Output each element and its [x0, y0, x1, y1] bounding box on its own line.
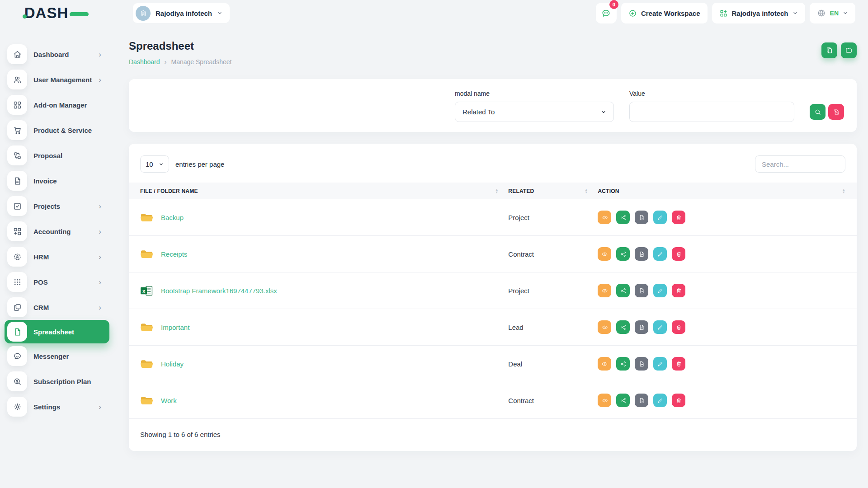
view-button[interactable] — [598, 320, 611, 334]
cart-icon — [7, 120, 27, 140]
filter-search-button[interactable] — [810, 104, 826, 120]
file-folder-name-link[interactable]: Holiday — [161, 360, 184, 368]
pencil-icon — [657, 397, 664, 404]
sidebar-item-add-on-manager[interactable]: Add-on Manager — [5, 92, 109, 117]
entries-per-page-select[interactable]: 10 — [140, 155, 169, 173]
delete-button[interactable] — [672, 320, 685, 334]
delete-button[interactable] — [672, 394, 685, 407]
view-button[interactable] — [598, 357, 611, 371]
eye-icon — [601, 287, 608, 294]
delete-button[interactable] — [672, 247, 685, 261]
export-button[interactable] — [635, 357, 648, 371]
language-dropdown[interactable]: EN — [810, 3, 855, 23]
file-folder-name-link[interactable]: Bootstrap Framework1697447793.xlsx — [161, 287, 277, 295]
page-actions — [821, 42, 857, 58]
delete-button[interactable] — [672, 211, 685, 224]
view-button[interactable] — [598, 284, 611, 297]
table-search-input[interactable] — [755, 155, 845, 173]
sidebar-item-dashboard[interactable]: Dashboard› — [5, 42, 109, 67]
sidebar-item-projects[interactable]: Projects› — [5, 193, 109, 219]
delete-button[interactable] — [672, 284, 685, 297]
sidebar-item-pos[interactable]: POS› — [5, 269, 109, 295]
edit-button[interactable] — [653, 357, 667, 371]
file-export-icon — [638, 361, 645, 367]
file-folder-name-link[interactable]: Backup — [161, 214, 184, 221]
breadcrumb-separator: › — [165, 58, 167, 66]
trash-icon — [675, 214, 682, 221]
model-name-select[interactable]: Related To — [455, 102, 614, 122]
folder-filled-icon — [140, 322, 153, 333]
model-name-selected: Related To — [462, 108, 495, 116]
related-value: Deal — [508, 360, 598, 368]
export-button[interactable] — [635, 211, 648, 224]
dots-grid-icon — [7, 272, 27, 292]
share-icon — [620, 251, 627, 258]
table-row: Receipts Contract — [129, 236, 857, 272]
language-code: EN — [830, 9, 839, 17]
plus-circle-icon — [628, 9, 637, 18]
file-folder-name-link[interactable]: Receipts — [161, 250, 187, 258]
workspace-selector[interactable]: Rajodiya infotech — [133, 3, 230, 23]
sidebar-item-spreadsheet[interactable]: Spreadsheet — [5, 320, 109, 343]
view-button[interactable] — [598, 394, 611, 407]
value-input[interactable] — [629, 102, 794, 122]
sidebar-item-product-service[interactable]: Product & Service — [5, 117, 109, 143]
row-actions — [598, 394, 845, 407]
share-button[interactable] — [616, 211, 630, 224]
export-button[interactable] — [635, 284, 648, 297]
sidebar-item-accounting[interactable]: Accounting› — [5, 219, 109, 244]
file-export-icon — [638, 287, 645, 294]
delete-button[interactable] — [672, 357, 685, 371]
share-button[interactable] — [616, 357, 630, 371]
export-button[interactable] — [635, 247, 648, 261]
chevron-right-icon: › — [99, 304, 101, 311]
breadcrumb-dashboard-link[interactable]: Dashboard — [129, 58, 160, 66]
excel-file-icon: x — [140, 285, 153, 296]
sidebar-item-messenger[interactable]: Messenger — [5, 343, 109, 369]
pencil-icon — [657, 324, 664, 331]
sidebar-item-proposal[interactable]: Proposal — [5, 143, 109, 168]
file-folder-name-link[interactable]: Important — [161, 324, 189, 331]
globe-icon — [817, 9, 826, 18]
edit-button[interactable] — [653, 247, 667, 261]
export-button[interactable] — [635, 394, 648, 407]
share-button[interactable] — [616, 284, 630, 297]
folder-icon — [845, 47, 853, 54]
edit-button[interactable] — [653, 211, 667, 224]
share-button[interactable] — [616, 247, 630, 261]
sidebar-item-invoice[interactable]: Invoice — [5, 168, 109, 193]
share-icon — [620, 361, 627, 367]
main-content: Spreadsheet Dashboard › Manage Spreadshe… — [113, 26, 868, 488]
column-header-action[interactable]: ACTION ▲▼ — [598, 188, 845, 194]
building-icon — [139, 9, 147, 17]
column-header-name[interactable]: FILE / FOLDER NAME ▲▼ — [140, 188, 508, 194]
hrm-icon — [7, 247, 27, 267]
edit-button[interactable] — [653, 284, 667, 297]
messages-button[interactable]: 0 — [596, 3, 617, 23]
view-button[interactable] — [598, 211, 611, 224]
app-logo[interactable]: DASH — [24, 5, 89, 22]
file-export-icon — [638, 251, 645, 258]
column-header-related[interactable]: RELATED ▲▼ — [508, 188, 598, 194]
edit-button[interactable] — [653, 320, 667, 334]
view-button[interactable] — [598, 247, 611, 261]
export-button[interactable] — [635, 320, 648, 334]
sidebar-item-settings[interactable]: Settings› — [5, 394, 109, 419]
sidebar-item-user-management[interactable]: User Management› — [5, 67, 109, 92]
sidebar-item-hrm[interactable]: HRM› — [5, 244, 109, 269]
share-icon — [620, 287, 627, 294]
share-button[interactable] — [616, 394, 630, 407]
edit-button[interactable] — [653, 394, 667, 407]
share-button[interactable] — [616, 320, 630, 334]
sidebar-item-subscription-plan[interactable]: Subscription Plan — [5, 369, 109, 394]
filter-reset-button[interactable] — [828, 104, 844, 120]
file-folder-name-link[interactable]: Work — [161, 397, 177, 404]
value-label: Value — [629, 90, 794, 97]
company-dropdown[interactable]: Rajodiya infotech — [712, 3, 805, 23]
create-workspace-button[interactable]: Create Workspace — [621, 3, 708, 23]
add-folder-button[interactable] — [841, 42, 857, 58]
sidebar-item-crm[interactable]: CRM› — [5, 295, 109, 320]
row-actions — [598, 357, 845, 371]
sidebar-item-label: Projects — [33, 202, 60, 210]
add-file-button[interactable] — [821, 42, 837, 58]
